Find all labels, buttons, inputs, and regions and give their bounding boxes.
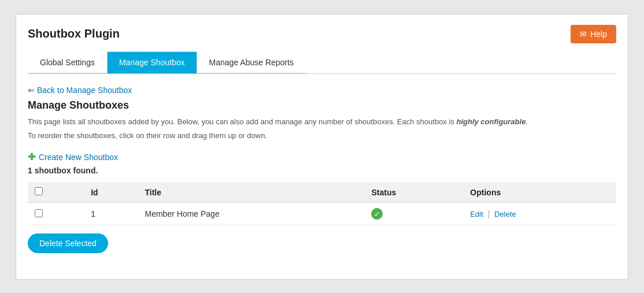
content-desc-2: To reorder the shoutboxes, click on thei… [28,130,616,142]
col-title: Title [138,182,365,203]
row-checkbox-cell [28,203,84,225]
tabs-bar: Global Settings Manage Shoutbox Manage A… [28,51,616,74]
options-separator: | [488,209,490,218]
panel-title: Shoutbox Plugin [28,27,120,40]
edit-link[interactable]: Edit [470,210,483,218]
status-active-icon: ✓ [371,208,383,220]
help-button[interactable]: ✉ Help [571,25,616,43]
col-checkbox [28,182,84,203]
help-label: Help [590,29,607,39]
row-id: 1 [84,203,138,225]
back-link[interactable]: ⇐ Back to Manage Shoutbox [28,86,132,95]
tab-manage-abuse-reports[interactable]: Manage Abuse Reports [197,51,306,73]
main-panel: Shoutbox Plugin ✉ Help Global Settings M… [16,14,628,280]
row-options: Edit | Delete [463,203,616,225]
col-options: Options [463,182,616,203]
delete-link[interactable]: Delete [494,210,516,218]
table-header: Id Title Status Options [28,182,616,203]
found-text: 1 shoutbox found. [28,166,616,175]
create-new-shoutbox-link[interactable]: Create New Shoutbox [39,153,118,162]
row-title: Member Home Page [138,203,365,225]
content-desc-1: This page lists all shoutboxes added by … [28,116,616,128]
col-id: Id [84,182,138,203]
delete-selected-button[interactable]: Delete Selected [28,233,108,253]
row-checkbox[interactable] [35,209,43,217]
table-body: 1 Member Home Page ✓ Edit | Delete [28,203,616,225]
help-icon: ✉ [580,29,587,39]
tab-global-settings[interactable]: Global Settings [28,51,107,73]
back-arrow-icon: ⇐ [28,86,35,95]
plus-icon: ✚ [28,151,35,162]
table-row: 1 Member Home Page ✓ Edit | Delete [28,203,616,225]
create-link-wrapper: ✚ Create New Shoutbox [28,151,616,162]
col-status: Status [364,182,463,203]
shoutbox-table: Id Title Status Options 1 Member Home [28,182,616,225]
tab-manage-shoutbox[interactable]: Manage Shoutbox [107,51,197,73]
content-heading: Manage Shoutboxes [28,99,616,112]
select-all-checkbox[interactable] [35,187,43,195]
row-status: ✓ [364,203,463,225]
panel-header: Shoutbox Plugin ✉ Help [28,25,616,43]
back-link-label: Back to Manage Shoutbox [37,86,132,95]
